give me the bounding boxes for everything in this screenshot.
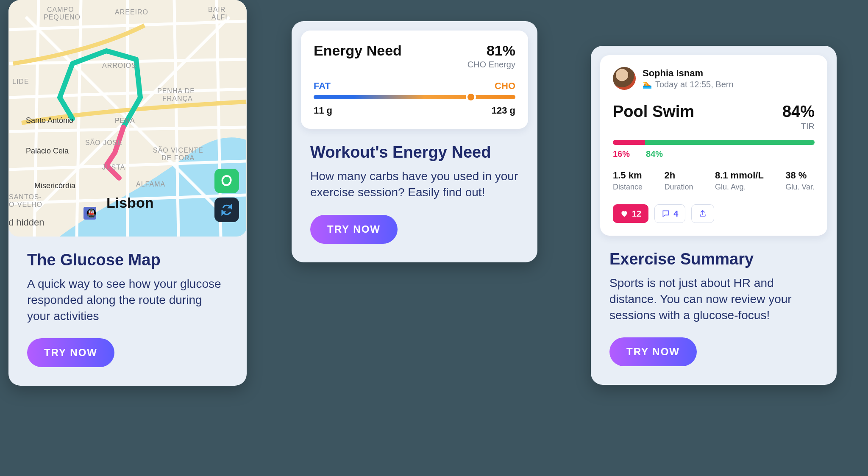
stat-value: 38 % (785, 170, 815, 181)
heart-icon (620, 209, 629, 218)
stat-label: Distance (613, 183, 643, 192)
session-subtitle: Today at 12:55, Bern (655, 80, 734, 89)
share-button[interactable] (691, 204, 714, 223)
map-area-label: ALFI (211, 14, 228, 21)
comment-count: 4 (673, 209, 678, 219)
map-area-label: PENHA DE (157, 87, 195, 95)
glucose-map-preview: CAMPO PEQUENO AREEIRO BAIR ALFI LIDE ARR… (8, 0, 247, 237)
map-area-label: BAIR (208, 6, 225, 13)
map-area-label: Palácio Ceia (26, 147, 69, 155)
map-illustration: CAMPO PEQUENO AREEIRO BAIR ALFI LIDE ARR… (8, 0, 247, 237)
like-count: 12 (632, 209, 641, 219)
map-integration-badge-sync[interactable] (214, 198, 239, 222)
stat-label: Glu. Var. (785, 183, 815, 192)
comment-icon (662, 209, 670, 218)
energy-percent: 81% (467, 42, 515, 59)
card-title: Workout's Energy Need (310, 143, 519, 161)
stat-value: 1.5 km (613, 170, 643, 181)
map-area-label: Misericórdia (34, 181, 76, 190)
swim-icon: 🏊 (643, 80, 652, 89)
session-stats-row: 1.5 kmDistance2hDuration8.1 mmol/LGlu. A… (613, 170, 815, 192)
energy-need-panel: Energy Need 81% CHO Energy FAT CHO 11 g … (301, 31, 528, 129)
try-now-button[interactable]: TRY NOW (609, 337, 697, 366)
map-area-label: AREEIRO (115, 8, 148, 16)
stat-value: 2h (664, 170, 693, 181)
tir-bar-low (613, 140, 645, 145)
energy-panel-title: Energy Need (314, 42, 402, 59)
card-title: The Glucose Map (27, 251, 228, 269)
fat-value: 11 g (314, 105, 332, 116)
card-description: How many carbs have you used in your exe… (310, 168, 519, 200)
map-area-label: SÃO JOSÉ (85, 138, 122, 146)
feature-card-exercise-summary: Sophia Isnam 🏊 Today at 12:55, Bern Pool… (591, 46, 837, 385)
svg-text:🚇: 🚇 (86, 208, 97, 218)
stat-value: 8.1 mmol/L (715, 170, 764, 181)
map-integration-badge-green[interactable] (214, 169, 239, 193)
exercise-summary-panel: Sophia Isnam 🏊 Today at 12:55, Bern Pool… (600, 55, 827, 236)
energy-gradient-bar (314, 95, 515, 99)
session-title: Pool Swim (613, 103, 694, 121)
tir-percent: 84% (782, 103, 815, 121)
cho-label: CHO (495, 81, 515, 92)
share-icon (698, 209, 707, 218)
card-description: Sports is not just about HR and distance… (609, 275, 818, 323)
map-area-label: ARROIOS (102, 62, 136, 69)
stat-label: Duration (664, 183, 693, 192)
like-button[interactable]: 12 (613, 204, 648, 223)
map-area-label: FRANÇA (162, 95, 193, 102)
map-area-label: CAMPO (47, 6, 74, 13)
tir-low-pct: 16% (613, 149, 630, 159)
try-now-button[interactable]: TRY NOW (310, 215, 398, 244)
map-area-label: JUSTA (102, 164, 125, 171)
map-area-label: LIDE (12, 78, 29, 85)
card-description: A quick way to see how your glucose resp… (27, 276, 228, 324)
tir-bar-in (645, 140, 815, 145)
map-hidden-label: d hidden (8, 217, 44, 228)
map-area-label: SÃO VICENTE (153, 146, 203, 154)
tir-label: TIR (782, 122, 815, 131)
stat-item: 1.5 kmDistance (613, 170, 643, 192)
map-area-label: SANTOS- (9, 193, 42, 200)
stat-item: 38 %Glu. Var. (785, 170, 815, 192)
map-city-label: Lisbon (106, 195, 153, 211)
energy-bar-knob (466, 92, 476, 102)
try-now-button[interactable]: TRY NOW (27, 338, 114, 367)
energy-sub-label: CHO Energy (467, 60, 515, 70)
stat-item: 8.1 mmol/LGlu. Avg. (715, 170, 764, 192)
stat-label: Glu. Avg. (715, 183, 764, 192)
map-area-label: PEQUENO (44, 14, 81, 21)
comment-button[interactable]: 4 (654, 204, 685, 223)
feature-card-energy-need: Energy Need 81% CHO Energy FAT CHO 11 g … (292, 21, 537, 262)
user-name: Sophia Isnam (643, 68, 734, 79)
sync-icon (220, 203, 233, 216)
tir-bar (613, 140, 815, 145)
card-title: Exercise Summary (609, 250, 818, 268)
map-area-label: PENA (115, 117, 135, 124)
map-area-label: ALFAMA (136, 181, 165, 188)
tir-in-pct: 84% (646, 149, 663, 159)
stat-item: 2hDuration (664, 170, 693, 192)
fat-label: FAT (314, 81, 331, 92)
loop-icon (220, 174, 234, 188)
map-area-label: Santo António (26, 116, 73, 125)
map-area-label: DE FORA (161, 154, 195, 161)
user-avatar (613, 67, 636, 90)
map-area-label: O-VELHO (9, 201, 42, 208)
feature-card-glucose-map: CAMPO PEQUENO AREEIRO BAIR ALFI LIDE ARR… (8, 0, 247, 386)
cho-value: 123 g (492, 105, 515, 116)
